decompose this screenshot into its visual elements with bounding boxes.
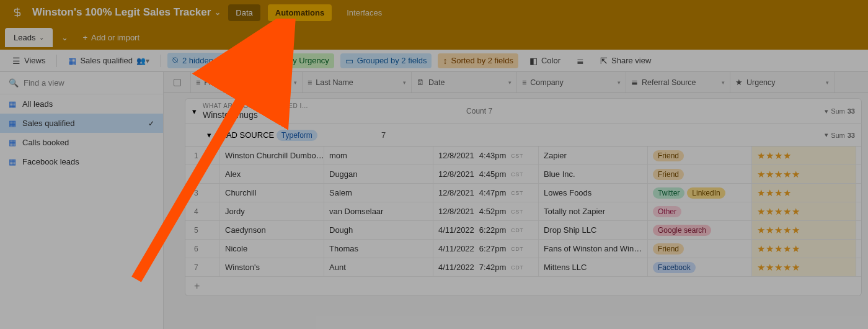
cell-date[interactable]: 12/8/20214:47pmCST (433, 184, 539, 202)
sidebar-item-facebook-leads[interactable]: ▦Facebook leads (0, 152, 163, 171)
find-view-search[interactable]: 🔍 Find a view (0, 72, 163, 94)
cell-company[interactable]: Mittens LLC (539, 258, 648, 276)
cell-company[interactable]: Fans of Winston and Win… (539, 240, 648, 258)
table-row[interactable]: 5 Caedynson Dough 4/11/20226:22pmCDT Dro… (185, 221, 861, 240)
row-number: 5 (185, 221, 220, 239)
cell-last-name[interactable]: Salem (324, 184, 433, 202)
table-row[interactable]: 6 Nicole Thomas 4/11/20226:27pmCDT Fans … (185, 240, 861, 258)
hidden-fields-button[interactable]: ⦰2 hidden fields (167, 53, 239, 68)
cell-urgency[interactable]: ★★★★★ (752, 221, 856, 239)
color-button[interactable]: ◧Color (525, 53, 565, 68)
tab-interfaces[interactable]: Interfaces (339, 4, 389, 21)
table-row[interactable]: 1 Winston Churchill Dumbo… mom 12/8/2021… (185, 146, 861, 165)
cell-date[interactable]: 12/8/20214:43pmCST (433, 146, 539, 164)
divider (56, 55, 57, 67)
column-date[interactable]: 🗓Date▾ (412, 72, 517, 92)
cell-date[interactable]: 4/11/20226:22pmCDT (433, 221, 539, 239)
table-row[interactable]: 7 Winston's Aunt 4/11/20227:42pmCDT Mitt… (185, 258, 861, 277)
cell-date[interactable]: 4/11/20227:42pmCDT (433, 258, 539, 276)
cell-last-name[interactable]: mom (324, 146, 433, 164)
cell-referral[interactable]: Friend (648, 240, 752, 258)
column-label: Last Name (316, 78, 353, 87)
cell-company[interactable]: Zapier (539, 146, 648, 164)
cell-last-name[interactable]: Thomas (324, 240, 433, 258)
cell-referral[interactable]: Google search (648, 221, 752, 239)
column-urgency[interactable]: ★Urgency▾ (730, 72, 835, 92)
share-label: Share view (611, 56, 651, 65)
table-row[interactable]: 4 Jordy van Domselaar 12/8/20214:52pmCST… (185, 202, 861, 221)
sidebar-item-calls-booked[interactable]: ▦Calls booked (0, 133, 163, 152)
sidebar-item-sales-qualified[interactable]: ▦Sales qualified✓ (0, 114, 163, 133)
subgroup-header[interactable]: ▾ LEAD SOURCE Typeform 7 ▾Sum 33 (185, 124, 862, 146)
table-tab-more[interactable]: ⌄ (55, 29, 74, 46)
cell-referral[interactable]: Other (648, 202, 752, 220)
cell-last-name[interactable]: Dough (324, 221, 433, 239)
share-view-button[interactable]: ⇱Share view (595, 53, 656, 68)
cell-last-name[interactable]: Duggan (324, 165, 433, 183)
table-row[interactable]: 2 Alex Duggan 12/8/20214:45pmCST Blue In… (185, 165, 861, 184)
column-first-name[interactable]: ≡First Name▾ (191, 72, 303, 92)
table-tab-leads[interactable]: Leads ⌄ (5, 28, 53, 47)
views-sidebar: 🔍 Find a view ▦All leads ▦Sales qualifie… (0, 72, 164, 329)
cell-referral[interactable]: Friend (648, 165, 752, 183)
cell-referral[interactable]: Twitter LinkedIn (648, 184, 752, 202)
tab-data[interactable]: Data (228, 4, 260, 21)
cell-date[interactable]: 12/8/20214:52pmCST (433, 202, 539, 220)
row-height-button[interactable]: ≣ (572, 53, 589, 68)
cell-first-name[interactable]: Winston Churchill Dumbo… (220, 146, 324, 164)
tab-automations[interactable]: Automations (268, 4, 332, 21)
cell-urgency[interactable]: ★★★★ (752, 184, 856, 202)
cell-urgency[interactable]: ★★★★ (752, 146, 856, 164)
cell-first-name[interactable]: Nicole (220, 240, 324, 258)
add-or-import[interactable]: + Add or import (76, 29, 146, 46)
collapse-icon[interactable]: ▾ (185, 107, 203, 116)
grid-icon: ▦ (9, 157, 16, 166)
sort-button[interactable]: ↕Sorted by 2 fields (438, 53, 518, 68)
referral-tag: Twitter (653, 187, 684, 199)
sidebar-item-label: Calls booked (22, 138, 69, 147)
cell-last-name[interactable]: Aunt (324, 258, 433, 276)
group-header[interactable]: ▾ WHAT ARE YOU INTERESTED I… Winston mug… (185, 98, 862, 124)
current-view[interactable]: ▦Sales qualified👥▾ (63, 53, 154, 68)
cell-date[interactable]: 12/8/20214:45pmCST (433, 165, 539, 183)
cell-last-name[interactable]: van Domselaar (324, 202, 433, 220)
cell-urgency[interactable]: ★★★★★ (752, 165, 856, 183)
cell-first-name[interactable]: Churchill (220, 184, 324, 202)
cell-date[interactable]: 4/11/20226:27pmCDT (433, 240, 539, 258)
group-field-label: WHAT ARE YOU INTERESTED I… (203, 102, 308, 109)
collapse-icon[interactable]: ▾ (202, 130, 216, 140)
text-icon: ≡ (522, 78, 526, 87)
cell-urgency[interactable]: ★★★★★ (752, 258, 856, 276)
column-last-name[interactable]: ≡Last Name▾ (303, 72, 412, 92)
column-company[interactable]: ≡Company▾ (517, 72, 626, 92)
column-header-row: ≡First Name▾ ≡Last Name▾ 🗓Date▾ ≡Company… (164, 72, 868, 93)
filter-button[interactable]: ≡Filtered by Urgency (246, 53, 334, 68)
row-number: 7 (185, 258, 220, 276)
row-height-icon: ≣ (577, 56, 584, 66)
cell-company[interactable]: Lowes Foods (539, 184, 648, 202)
multiselect-icon: ≣ (631, 78, 638, 87)
cell-company[interactable]: Totally not Zapier (539, 202, 648, 220)
cell-first-name[interactable]: Alex (220, 165, 324, 183)
select-all-checkbox[interactable] (164, 72, 191, 92)
group-button[interactable]: ▭Grouped by 2 fields (340, 53, 432, 68)
table-tabs-row: Leads ⌄ ⌄ + Add or import (0, 25, 868, 50)
cell-first-name[interactable]: Caedynson (220, 221, 324, 239)
sidebar-item-all-leads[interactable]: ▦All leads (0, 94, 163, 114)
views-button[interactable]: ☰Views (7, 53, 50, 68)
referral-tag: LinkedIn (687, 187, 725, 199)
table-row[interactable]: 3 Churchill Salem 12/8/20214:47pmCST Low… (185, 184, 861, 202)
cell-urgency[interactable]: ★★★★★ (752, 240, 856, 258)
cell-referral[interactable]: Friend (648, 146, 752, 164)
cell-company[interactable]: Blue Inc. (539, 165, 648, 183)
cell-first-name[interactable]: Jordy (220, 202, 324, 220)
column-label: Referral Source (642, 78, 696, 87)
cell-referral[interactable]: Facebook (648, 258, 752, 276)
cell-first-name[interactable]: Winston's (220, 258, 324, 276)
base-title[interactable]: Winston's 100% Legit Sales Tracker ⌄ (32, 6, 221, 19)
cell-company[interactable]: Drop Ship LLC (539, 221, 648, 239)
cell-urgency[interactable]: ★★★★★ (752, 202, 856, 220)
sidebar-item-label: All leads (22, 99, 53, 109)
add-row-button[interactable]: + (185, 277, 861, 295)
column-referral-source[interactable]: ≣Referral Source▾ (626, 72, 730, 92)
